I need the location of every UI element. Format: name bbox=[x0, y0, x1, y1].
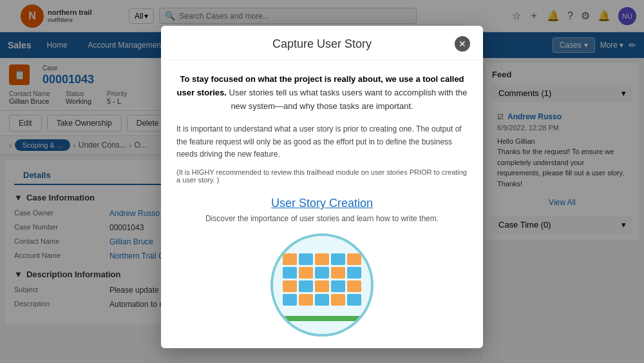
grid-cell bbox=[299, 280, 313, 292]
grid-cell bbox=[299, 294, 313, 306]
grid-cell bbox=[347, 267, 361, 279]
modal-header: Capture User Story ✕ bbox=[161, 26, 483, 60]
grid-cell bbox=[331, 253, 345, 265]
grid-cell bbox=[315, 294, 329, 306]
grid-cell bbox=[347, 280, 361, 292]
modal-title: Capture User Story bbox=[189, 37, 455, 51]
grid-cell bbox=[283, 280, 297, 292]
modal-body: To stay focused on what the project is r… bbox=[161, 60, 483, 348]
grid-cell bbox=[283, 253, 297, 265]
grid-cell bbox=[347, 294, 361, 306]
modal-note: (It is HIGHY recommended to review this … bbox=[176, 168, 468, 184]
grid-cell bbox=[347, 253, 361, 265]
grid-cell bbox=[331, 267, 345, 279]
modal-link-description: Discover the importance of user stories … bbox=[176, 214, 468, 223]
grid-cell bbox=[299, 253, 313, 265]
grid-visual bbox=[278, 248, 366, 311]
trailhead-badge bbox=[270, 233, 374, 337]
grid-cell bbox=[315, 267, 329, 279]
grid-cell bbox=[331, 280, 345, 292]
modal-image bbox=[176, 233, 468, 337]
grid-cell bbox=[315, 280, 329, 292]
modal-intro-rest: User stories tell us what tasks users wa… bbox=[227, 88, 468, 111]
user-story-creation-link[interactable]: User Story Creation bbox=[271, 197, 373, 210]
modal-description: It is important to understand what a use… bbox=[176, 123, 468, 161]
modal-dialog: Capture User Story ✕ To stay focused on … bbox=[161, 26, 483, 348]
modal-intro: To stay focused on what the project is r… bbox=[176, 73, 468, 113]
progress-bar bbox=[278, 316, 366, 321]
grid-cell bbox=[283, 294, 297, 306]
modal-link-section: User Story Creation Discover the importa… bbox=[176, 197, 468, 223]
grid-cell bbox=[283, 267, 297, 279]
grid-cell bbox=[299, 267, 313, 279]
modal-overlay: Capture User Story ✕ To stay focused on … bbox=[0, 0, 644, 363]
modal-close-button[interactable]: ✕ bbox=[455, 36, 470, 52]
grid-cell bbox=[315, 253, 329, 265]
grid-cell bbox=[331, 294, 345, 306]
